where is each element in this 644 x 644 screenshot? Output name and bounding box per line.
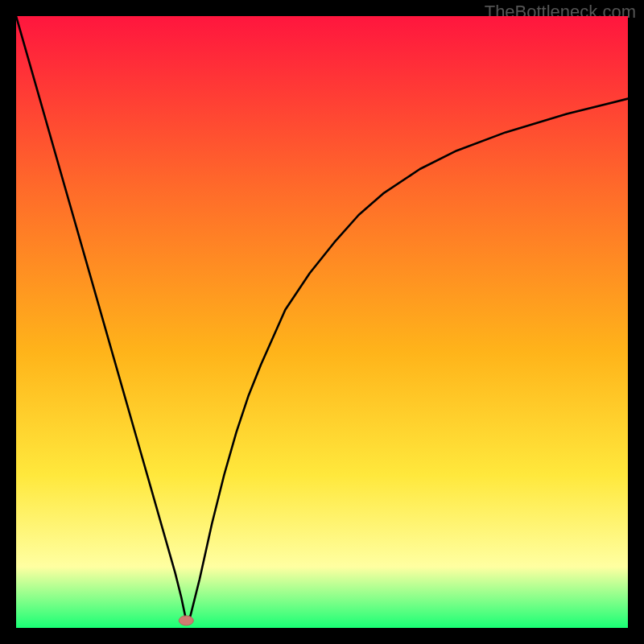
plot-area <box>16 16 628 628</box>
plot-svg <box>16 16 628 628</box>
optimum-marker <box>179 616 193 625</box>
gradient-background <box>16 16 628 628</box>
chart-frame: TheBottleneck.com <box>0 0 644 644</box>
